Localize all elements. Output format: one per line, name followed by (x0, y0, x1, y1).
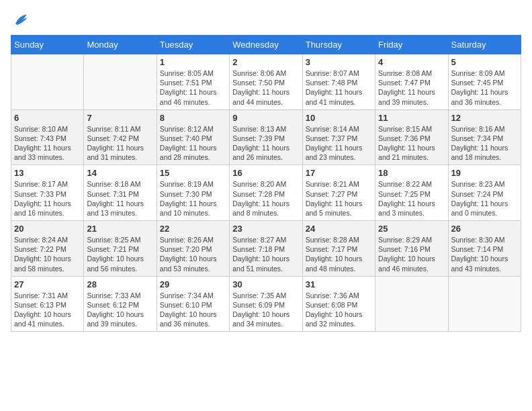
day-number: 7 (87, 113, 153, 123)
dow-wednesday: Wednesday (230, 36, 302, 54)
week-row-4: 20Sunrise: 8:24 AM Sunset: 7:22 PM Dayli… (11, 221, 521, 277)
day-number: 14 (87, 168, 153, 178)
day-cell: 7Sunrise: 8:11 AM Sunset: 7:42 PM Daylig… (84, 109, 157, 165)
day-cell: 3Sunrise: 8:07 AM Sunset: 7:48 PM Daylig… (302, 54, 375, 110)
day-info: Sunrise: 8:12 AM Sunset: 7:40 PM Dayligh… (160, 124, 226, 163)
day-cell: 8Sunrise: 8:12 AM Sunset: 7:40 PM Daylig… (157, 109, 229, 165)
day-number: 15 (160, 168, 226, 178)
day-cell: 12Sunrise: 8:16 AM Sunset: 7:34 PM Dayli… (448, 109, 521, 165)
day-info: Sunrise: 8:14 AM Sunset: 7:37 PM Dayligh… (306, 124, 372, 163)
day-cell: 11Sunrise: 8:15 AM Sunset: 7:36 PM Dayli… (375, 109, 448, 165)
day-number: 5 (451, 57, 518, 67)
day-info: Sunrise: 8:10 AM Sunset: 7:43 PM Dayligh… (14, 124, 81, 163)
day-number: 17 (306, 168, 372, 178)
dow-sunday: Sunday (11, 36, 84, 54)
day-cell: 20Sunrise: 8:24 AM Sunset: 7:22 PM Dayli… (11, 221, 84, 277)
day-cell: 22Sunrise: 8:26 AM Sunset: 7:20 PM Dayli… (157, 221, 229, 277)
day-cell: 18Sunrise: 8:22 AM Sunset: 7:25 PM Dayli… (375, 165, 448, 221)
day-cell: 25Sunrise: 8:29 AM Sunset: 7:16 PM Dayli… (375, 221, 448, 277)
day-info: Sunrise: 8:23 AM Sunset: 7:24 PM Dayligh… (451, 179, 518, 218)
day-cell: 26Sunrise: 8:30 AM Sunset: 7:14 PM Dayli… (448, 221, 521, 277)
day-number: 3 (306, 57, 372, 67)
page-header (11, 11, 521, 30)
day-info: Sunrise: 7:34 AM Sunset: 6:10 PM Dayligh… (160, 291, 226, 329)
dow-saturday: Saturday (448, 36, 521, 54)
day-cell (84, 54, 157, 110)
day-info: Sunrise: 8:09 AM Sunset: 7:45 PM Dayligh… (451, 68, 518, 107)
day-info: Sunrise: 8:06 AM Sunset: 7:50 PM Dayligh… (232, 68, 299, 107)
day-number: 21 (87, 224, 153, 234)
day-number: 19 (451, 168, 518, 178)
day-info: Sunrise: 7:35 AM Sunset: 6:09 PM Dayligh… (232, 291, 299, 329)
day-number: 23 (232, 224, 299, 234)
day-info: Sunrise: 8:22 AM Sunset: 7:25 PM Dayligh… (378, 179, 445, 218)
week-row-3: 13Sunrise: 8:17 AM Sunset: 7:33 PM Dayli… (11, 165, 521, 221)
day-info: Sunrise: 8:11 AM Sunset: 7:42 PM Dayligh… (87, 124, 153, 163)
logo (11, 11, 32, 30)
day-cell: 9Sunrise: 8:13 AM Sunset: 7:39 PM Daylig… (230, 109, 302, 165)
day-cell: 29Sunrise: 7:34 AM Sunset: 6:10 PM Dayli… (157, 276, 229, 332)
day-info: Sunrise: 8:26 AM Sunset: 7:20 PM Dayligh… (160, 235, 226, 273)
day-cell: 4Sunrise: 8:08 AM Sunset: 7:47 PM Daylig… (375, 54, 448, 110)
day-info: Sunrise: 8:25 AM Sunset: 7:21 PM Dayligh… (87, 235, 153, 273)
day-cell: 23Sunrise: 8:27 AM Sunset: 7:18 PM Dayli… (230, 221, 302, 277)
day-info: Sunrise: 8:07 AM Sunset: 7:48 PM Dayligh… (306, 68, 372, 107)
day-number: 6 (14, 113, 81, 123)
day-cell (448, 276, 521, 332)
day-cell: 10Sunrise: 8:14 AM Sunset: 7:37 PM Dayli… (302, 109, 375, 165)
day-cell: 27Sunrise: 7:31 AM Sunset: 6:13 PM Dayli… (11, 276, 84, 332)
day-number: 10 (306, 113, 372, 123)
day-cell: 14Sunrise: 8:18 AM Sunset: 7:31 PM Dayli… (84, 165, 157, 221)
day-info: Sunrise: 8:16 AM Sunset: 7:34 PM Dayligh… (451, 124, 518, 163)
day-cell: 15Sunrise: 8:19 AM Sunset: 7:30 PM Dayli… (157, 165, 229, 221)
day-cell: 13Sunrise: 8:17 AM Sunset: 7:33 PM Dayli… (11, 165, 84, 221)
day-info: Sunrise: 8:20 AM Sunset: 7:28 PM Dayligh… (232, 179, 299, 218)
day-number: 26 (451, 224, 518, 234)
day-number: 2 (232, 57, 299, 67)
dow-friday: Friday (375, 36, 448, 54)
day-number: 18 (378, 168, 445, 178)
day-cell (11, 54, 84, 110)
day-number: 29 (160, 279, 226, 289)
day-number: 20 (14, 224, 81, 234)
day-info: Sunrise: 8:30 AM Sunset: 7:14 PM Dayligh… (451, 235, 518, 273)
day-info: Sunrise: 8:24 AM Sunset: 7:22 PM Dayligh… (14, 235, 81, 273)
day-number: 16 (232, 168, 299, 178)
day-info: Sunrise: 7:31 AM Sunset: 6:13 PM Dayligh… (14, 291, 81, 329)
day-cell: 31Sunrise: 7:36 AM Sunset: 6:08 PM Dayli… (302, 276, 375, 332)
day-number: 27 (14, 279, 81, 289)
day-cell: 5Sunrise: 8:09 AM Sunset: 7:45 PM Daylig… (448, 54, 521, 110)
day-number: 31 (306, 279, 372, 289)
day-of-week-header: SundayMondayTuesdayWednesdayThursdayFrid… (11, 36, 521, 54)
day-number: 13 (14, 168, 81, 178)
day-info: Sunrise: 8:19 AM Sunset: 7:30 PM Dayligh… (160, 179, 226, 218)
dow-thursday: Thursday (302, 36, 375, 54)
week-row-2: 6Sunrise: 8:10 AM Sunset: 7:43 PM Daylig… (11, 109, 521, 165)
day-info: Sunrise: 7:33 AM Sunset: 6:12 PM Dayligh… (87, 291, 153, 329)
day-cell: 17Sunrise: 8:21 AM Sunset: 7:27 PM Dayli… (302, 165, 375, 221)
day-number: 22 (160, 224, 226, 234)
day-info: Sunrise: 8:29 AM Sunset: 7:16 PM Dayligh… (378, 235, 445, 273)
day-cell: 1Sunrise: 8:05 AM Sunset: 7:51 PM Daylig… (157, 54, 229, 110)
day-number: 24 (306, 224, 372, 234)
day-number: 28 (87, 279, 153, 289)
dow-monday: Monday (84, 36, 157, 54)
calendar-table: SundayMondayTuesdayWednesdayThursdayFrid… (11, 35, 521, 332)
day-info: Sunrise: 8:27 AM Sunset: 7:18 PM Dayligh… (232, 235, 299, 273)
day-info: Sunrise: 8:15 AM Sunset: 7:36 PM Dayligh… (378, 124, 445, 163)
day-cell: 28Sunrise: 7:33 AM Sunset: 6:12 PM Dayli… (84, 276, 157, 332)
day-info: Sunrise: 7:36 AM Sunset: 6:08 PM Dayligh… (306, 291, 372, 329)
day-number: 12 (451, 113, 518, 123)
day-info: Sunrise: 8:28 AM Sunset: 7:17 PM Dayligh… (306, 235, 372, 273)
day-cell: 30Sunrise: 7:35 AM Sunset: 6:09 PM Dayli… (230, 276, 302, 332)
day-number: 25 (378, 224, 445, 234)
day-number: 11 (378, 113, 445, 123)
day-cell: 6Sunrise: 8:10 AM Sunset: 7:43 PM Daylig… (11, 109, 84, 165)
day-info: Sunrise: 8:21 AM Sunset: 7:27 PM Dayligh… (306, 179, 372, 218)
week-row-1: 1Sunrise: 8:05 AM Sunset: 7:51 PM Daylig… (11, 54, 521, 110)
day-cell: 24Sunrise: 8:28 AM Sunset: 7:17 PM Dayli… (302, 221, 375, 277)
day-cell (375, 276, 448, 332)
day-number: 4 (378, 57, 445, 67)
dow-tuesday: Tuesday (157, 36, 229, 54)
day-number: 1 (160, 57, 226, 67)
